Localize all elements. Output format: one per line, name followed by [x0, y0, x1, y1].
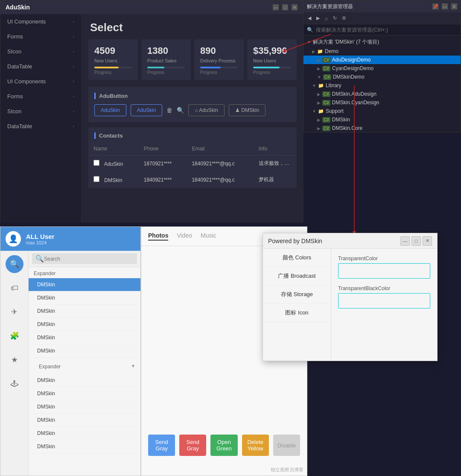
star-icon-btn[interactable]: ★: [6, 351, 23, 369]
person-button[interactable]: ♟ DMSkin: [229, 104, 266, 116]
toolbar-home[interactable]: ⌂: [323, 15, 330, 22]
row-checkbox[interactable]: [93, 176, 99, 182]
adu-button-1[interactable]: AduSkin: [94, 104, 126, 116]
bl-search-input[interactable]: [44, 256, 134, 262]
list-item-dmskin-12[interactable]: DMSkin: [29, 440, 140, 453]
col-header-info: Info: [254, 142, 297, 156]
list-item-dmskin-5[interactable]: DMSkin: [29, 331, 140, 344]
solution-search-input[interactable]: [316, 27, 457, 33]
bottom-left-panel: 👤 ALL User max 1024 🔍 🏷 ✈ 🧩 ★ 🕹: [0, 226, 141, 476]
tree-node-support[interactable]: ▼ 📁 Support: [303, 107, 461, 115]
open-green-button[interactable]: Open Green: [210, 435, 237, 456]
list-item-dmskin-9[interactable]: DMSkin: [29, 400, 140, 414]
search-icon-btn[interactable]: 🔍: [6, 255, 23, 273]
sidebar-item-datatable-2[interactable]: DataTable ›: [0, 119, 81, 134]
toolbar-settings[interactable]: ⚙: [340, 15, 348, 22]
dmskin-minimize-button[interactable]: —: [400, 236, 410, 246]
adu-button-title: AduButton: [94, 93, 291, 99]
chevron-icon: ›: [73, 49, 74, 54]
sidebar-item-ui-components-2[interactable]: UI Components ›: [0, 74, 81, 89]
table-row[interactable]: AduSkin 1870921**** 1840921****@qq.c 追求极…: [88, 156, 297, 172]
dmskin-color-panel: TransparentColor TransparentBlackColor: [331, 249, 437, 361]
list-item-dmskin-1[interactable]: DMSkin: [29, 278, 140, 291]
se-minimize-button[interactable]: —: [442, 3, 448, 9]
dmskin-maximize-button[interactable]: □: [411, 236, 421, 246]
table-row[interactable]: DMSkin 1840921**** 1840921****@qq.c 梦机器: [88, 172, 297, 188]
menu-item-broadcast[interactable]: 广播 Broadcast: [263, 267, 331, 285]
bl-title-name: ALL User: [26, 233, 54, 240]
toolbar-refresh[interactable]: ↻: [331, 15, 338, 22]
list-item-dmskin-10[interactable]: DMSkin: [29, 414, 140, 427]
tree-node-library[interactable]: ▼ 📁 Library: [303, 81, 461, 90]
transparent-color-box[interactable]: [338, 263, 430, 279]
tree-node-solution[interactable]: ▼ 解决方案 'DMSkin' (7 个项目): [303, 37, 461, 47]
row-checkbox[interactable]: [93, 160, 99, 166]
sidebar-item-sicon-2[interactable]: SIcon ›: [0, 104, 81, 119]
list-item-dmskin-3[interactable]: DMSkin: [29, 305, 140, 318]
menu-item-storage[interactable]: 存储 Storage: [263, 285, 331, 304]
tree-node-dmskindemo[interactable]: ▼ C# DMSkinDemo: [303, 73, 461, 81]
tree-node-aduddesign[interactable]: ▶ C# DMSkin.AduDesign: [303, 90, 461, 98]
gamepad-icon-btn[interactable]: 🕹: [6, 375, 23, 393]
menu-item-colors[interactable]: 颜色 Colors: [263, 249, 331, 267]
expand-icon: ▶: [312, 49, 315, 54]
puzzle-icon: 🧩: [10, 331, 19, 341]
chevron-icon: ›: [73, 79, 74, 84]
tree-node-dmskincore[interactable]: ▶ C# DMSkin.Core: [303, 124, 461, 132]
sidebar-item-sicon-1[interactable]: SIcon ›: [0, 44, 81, 59]
maximize-button[interactable]: □: [282, 4, 288, 10]
tree-node-adudemo[interactable]: ▶ C# AduDesignDemo: [303, 56, 461, 64]
stat-number-sales: 1380: [147, 45, 185, 56]
toolbar-back[interactable]: ◀: [306, 15, 313, 22]
close-button[interactable]: ✕: [292, 4, 298, 10]
adu-button-2[interactable]: AduSkin: [131, 104, 163, 116]
toolbar-forward[interactable]: ▶: [315, 15, 321, 22]
sidebar-item-forms-1[interactable]: Forms ›: [0, 29, 81, 44]
transparent-black-color-box[interactable]: [338, 293, 430, 309]
sidebar-item-datatable-1[interactable]: DataTable ›: [0, 59, 81, 74]
tree-node-demo[interactable]: ▶ 📁 Demo: [303, 47, 461, 56]
send-gray-button-2[interactable]: Send Gray: [179, 435, 206, 456]
col-header-name: Name: [88, 142, 139, 156]
contacts-table: Name Phone Email Info AduSkin 1870921***…: [88, 142, 297, 188]
tree-node-dmskin1[interactable]: ▶ C# DMSkin: [303, 115, 461, 124]
list-item-dmskin-4[interactable]: DMSkin: [29, 318, 140, 331]
list-item-dmskin-8[interactable]: DMSkin: [29, 387, 140, 400]
folder-icon: 📁: [318, 83, 324, 88]
stat-number-delivery: 890: [200, 45, 238, 56]
avatar: 👤: [6, 231, 21, 247]
search-icon-button[interactable]: 🔍: [177, 107, 184, 114]
tab-photos[interactable]: Photos: [148, 232, 168, 241]
tab-video[interactable]: Video: [177, 232, 192, 241]
dmskin-menu: 颜色 Colors 广播 Broadcast 存储 Storage 图标 Ico…: [263, 249, 331, 361]
puzzle-icon-btn[interactable]: 🧩: [6, 327, 23, 345]
tab-music[interactable]: Music: [201, 232, 216, 241]
bl-title: ALL User max 1024: [26, 233, 54, 245]
delete-yellow-button[interactable]: Delete Yellow: [242, 435, 269, 456]
tree-node-cyandemo[interactable]: ▶ C# CyanDesignDemo: [303, 64, 461, 73]
titlebar-controls: — □ ✕: [273, 4, 298, 10]
tag-icon-btn[interactable]: 🏷: [6, 279, 23, 297]
list-item-dmskin-11[interactable]: DMSkin: [29, 427, 140, 440]
send-gray-button-1[interactable]: Send Gray: [148, 435, 175, 456]
tree-node-cyandesign[interactable]: ▶ C# DMSkin.CyanDesign: [303, 98, 461, 107]
solution-explorer-title: 解决方案资源管理器: [307, 3, 353, 10]
avatar-icon: 👤: [9, 234, 18, 244]
sidebar-item-forms-2[interactable]: Forms ›: [0, 89, 81, 104]
house-button[interactable]: ⌂ AduSkin: [188, 104, 225, 116]
dmskin-close-button[interactable]: ✕: [423, 236, 432, 246]
list-item-dmskin-6[interactable]: DMSkin: [29, 344, 140, 358]
list-item-dmskin-7[interactable]: DMSkin: [29, 374, 140, 387]
expander-row-2[interactable]: Expander ▼: [29, 358, 140, 374]
list-item-dmskin-2[interactable]: DMSkin: [29, 291, 140, 305]
library-label: Library: [326, 82, 341, 88]
trash-icon-button[interactable]: 🗑: [166, 107, 172, 114]
sidebar-item-ui-components-1[interactable]: UI Components ›: [0, 14, 81, 29]
se-pin-button[interactable]: 📌: [432, 3, 438, 9]
minimize-button[interactable]: —: [273, 4, 279, 10]
menu-item-icon[interactable]: 图标 Icon: [263, 304, 331, 322]
se-close-button[interactable]: ✕: [451, 3, 457, 9]
progress-fill-yellow: [94, 67, 119, 68]
star-icon: ★: [11, 355, 18, 364]
plane-icon-btn[interactable]: ✈: [6, 303, 23, 321]
